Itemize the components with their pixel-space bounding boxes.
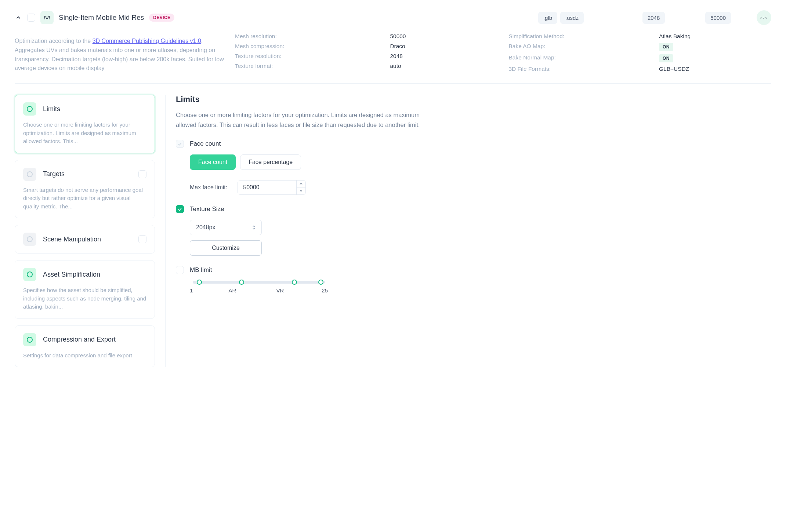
status-icon	[23, 333, 36, 346]
mb-limit-row: MB limit	[176, 266, 771, 274]
resolution-pill: 2048	[642, 12, 665, 24]
max-face-stepper	[238, 180, 306, 195]
preset-title: Single-Item Mobile Mid Res	[59, 14, 144, 22]
texture-controls: 2048px Customize	[190, 220, 771, 256]
card-description: Settings for data compression and file e…	[23, 351, 146, 360]
panel-description: Choose one or more limiting factors for …	[176, 110, 440, 130]
max-face-label: Max face limit:	[190, 184, 227, 191]
spec-value: 2048	[390, 53, 497, 59]
spec-value: ON	[659, 43, 771, 51]
description-text: Optimization according to the 3D Commerc…	[15, 32, 224, 73]
sort-icon	[252, 225, 256, 230]
texture-size-label: Texture Size	[190, 205, 224, 213]
card-title: Limits	[43, 105, 60, 113]
guidelines-link[interactable]: 3D Commerce Publishing Guidelines v1.0	[93, 38, 201, 44]
spec-label: 3D File Formats:	[509, 66, 645, 72]
specs-left: Mesh resolution:50000Mesh compression:Dr…	[235, 32, 498, 73]
customize-button[interactable]: Customize	[190, 240, 262, 256]
spec-label: Bake AO Map:	[509, 43, 645, 51]
spec-label: Texture format:	[235, 63, 376, 69]
slider-labels: 1 AR VR 25	[190, 287, 328, 294]
face-count-row: Face count	[176, 140, 771, 148]
status-icon	[23, 102, 36, 116]
card-description: Choose one or more limiting factors for …	[23, 121, 146, 146]
svg-point-3	[47, 18, 48, 19]
card-description: Smart targets do not serve any performan…	[23, 186, 146, 211]
texture-size-select[interactable]: 2048px	[190, 220, 262, 235]
card-checkbox[interactable]	[138, 170, 146, 178]
card-title: Compression and Export	[43, 336, 116, 343]
specs-right: Simplification Method:Atlas BakingBake A…	[509, 32, 772, 73]
sidebar-item-limits[interactable]: LimitsChoose one or more limiting factor…	[15, 95, 155, 153]
info-row: Optimization according to the 3D Commerc…	[15, 32, 771, 84]
main-panel: Limits Choose one or more limiting facto…	[165, 95, 771, 367]
spec-value: 50000	[390, 33, 497, 40]
mb-limit-checkbox[interactable]	[176, 266, 184, 274]
texture-size-checkbox[interactable]	[176, 205, 184, 213]
stepper-down-icon[interactable]	[297, 187, 305, 194]
format-pill-usdz: .usdz	[560, 12, 584, 24]
svg-point-5	[49, 16, 50, 17]
card-description: Specifies how the asset should be simpli…	[23, 286, 146, 311]
spec-label: Mesh resolution:	[235, 33, 376, 40]
format-pills: .glb .usdz	[538, 12, 584, 24]
face-percentage-button[interactable]: Face percentage	[240, 154, 301, 170]
settings-icon	[40, 11, 54, 24]
status-icon	[23, 168, 36, 181]
face-count-button[interactable]: Face count	[190, 154, 236, 170]
spec-value: GLB+USDZ	[659, 66, 771, 72]
faces-pill: 50000	[705, 12, 731, 24]
format-pill-glb: .glb	[538, 12, 557, 24]
card-title: Asset Simplification	[43, 271, 100, 278]
spec-value: ON	[659, 54, 771, 62]
max-face-input[interactable]	[238, 181, 296, 194]
header-right: .glb .usdz 2048 50000	[538, 10, 771, 25]
mb-limit-slider[interactable]	[193, 281, 325, 284]
content: LimitsChoose one or more limiting factor…	[15, 84, 771, 367]
panel-heading: Limits	[176, 95, 771, 104]
sidebar-item-targets[interactable]: TargetsSmart targets do not serve any pe…	[15, 160, 155, 219]
header-left: Single-Item Mobile Mid Res DEVICE	[15, 11, 174, 24]
more-menu-button[interactable]	[757, 10, 771, 25]
header: Single-Item Mobile Mid Res DEVICE .glb .…	[15, 7, 771, 32]
face-count-checkbox[interactable]	[176, 140, 184, 148]
sidebar: LimitsChoose one or more limiting factor…	[15, 95, 155, 367]
spec-label: Mesh compression:	[235, 43, 376, 50]
spec-label: Bake Normal Map:	[509, 54, 645, 62]
spec-label: Simplification Method:	[509, 33, 645, 40]
select-checkbox[interactable]	[27, 14, 35, 22]
svg-point-1	[44, 16, 46, 17]
sidebar-item-asset-simplification[interactable]: Asset SimplificationSpecifies how the as…	[15, 260, 155, 319]
stepper-up-icon[interactable]	[297, 181, 305, 187]
status-icon	[23, 268, 36, 281]
mb-limit-label: MB limit	[190, 266, 212, 274]
device-tag: DEVICE	[149, 14, 174, 22]
card-title: Targets	[43, 170, 65, 178]
spec-value: Draco	[390, 43, 497, 50]
face-count-controls: Face count Face percentage Max face limi…	[190, 154, 771, 195]
sidebar-item-compression-and-export[interactable]: Compression and ExportSettings for data …	[15, 325, 155, 368]
sidebar-item-scene-manipulation[interactable]: Scene Manipulation	[15, 225, 155, 254]
spec-label: Texture resolution:	[235, 53, 376, 59]
card-title: Scene Manipulation	[43, 236, 101, 243]
texture-size-row: Texture Size	[176, 205, 771, 213]
spec-value: auto	[390, 63, 497, 69]
spec-value: Atlas Baking	[659, 33, 771, 40]
status-icon	[23, 233, 36, 246]
card-checkbox[interactable]	[138, 235, 146, 243]
face-count-label: Face count	[190, 140, 221, 147]
mb-limit-controls: 1 AR VR 25	[190, 281, 771, 294]
collapse-icon[interactable]	[15, 14, 22, 21]
